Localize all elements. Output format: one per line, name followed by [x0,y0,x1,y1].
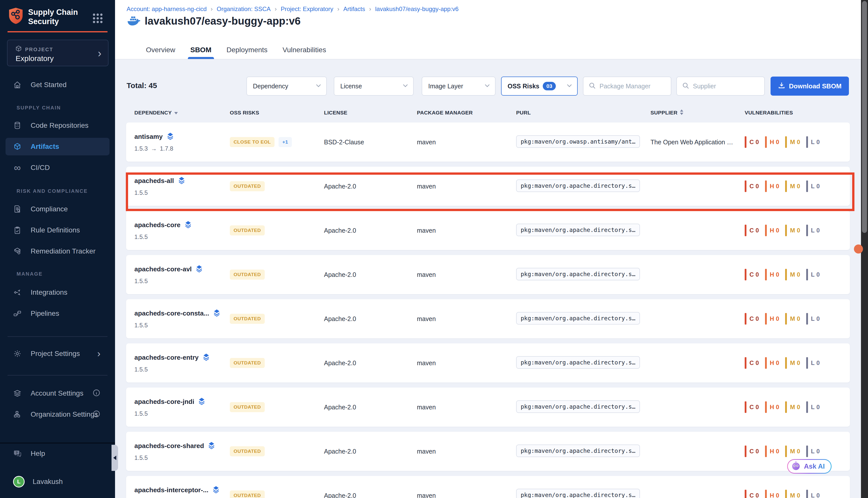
sidebar-item-account-settings[interactable]: Account Settings [5,384,109,402]
sidebar-item-project-settings[interactable]: Project Settings › [5,345,109,363]
download-sbom-button[interactable]: Download SBOM [770,77,849,96]
table-row[interactable]: antisamy1.5.3→1.7.8CLOSE TO EOL+1BSD-2-C… [126,122,850,162]
vulnerability-c-count: C0 [745,181,759,192]
dependency-name: apacheds-all [134,177,174,185]
vulnerability-c-count: C0 [745,357,759,369]
filter-dropdown-oss-risks[interactable]: OSS Risks03 [501,77,578,96]
table-row[interactable]: apacheds-interceptor-...1.5.5OUTDATEDApa… [126,476,850,498]
sidebar-item-pipelines[interactable]: Pipelines [5,305,109,322]
dependency-name: apacheds-core-jndi [134,398,194,406]
column-header-vulnerabilities[interactable]: VULNERABILITIES [745,110,850,116]
vulnerabilities-cell: C0H0M0L0 [745,225,850,236]
filter-dropdown-license[interactable]: License [334,77,414,96]
column-header-oss-risks[interactable]: OSS RISKS [230,110,324,116]
column-header-license[interactable]: LICENSE [324,110,417,116]
sidebar-item-help[interactable]: ? Help [5,445,109,462]
vulnerability-l-count: L0 [806,269,820,280]
purl-value[interactable]: pkg:maven/org.apache.directory.s… [516,180,640,192]
breadcrumb-link[interactable]: Organization: SSCA [217,5,271,13]
vulnerability-c-count: C0 [745,490,759,498]
column-header-package-manager[interactable]: PACKAGE MANAGER [417,110,516,116]
purl-value[interactable]: pkg:maven/org.apache.directory.s… [516,224,640,236]
supplier-search[interactable] [676,77,765,96]
vulnerability-h-count: H0 [765,446,779,457]
package-manager-cell: maven [417,227,516,234]
purl-value[interactable]: pkg:maven/org.apache.directory.s… [516,268,640,280]
vulnerability-h-count: H0 [765,181,779,192]
table-row[interactable]: apacheds-all1.5.5OUTDATEDApache-2.0maven… [126,167,850,206]
sidebar-item-organization-settings[interactable]: Organization Settings [5,406,109,423]
column-header-supplier[interactable]: SUPPLIER [650,109,745,116]
sbom-table: DEPENDENCYOSS RISKSLICENSEPACKAGE MANAGE… [126,103,850,498]
layers-icon [207,441,216,450]
tab-sbom[interactable]: SBOM [190,41,212,59]
breadcrumb-link[interactable]: Artifacts [343,5,365,13]
purl-value[interactable]: pkg:maven/org.apache.directory.s… [516,356,640,369]
vulnerability-h-count: H0 [765,490,779,498]
severity-bar-icon [785,313,787,325]
project-selector[interactable]: PROJECT Exploratory › [7,40,108,66]
sidebar-item-integrations[interactable]: Integrations [5,284,109,301]
sidebar-item-get-started[interactable]: Get Started [5,76,109,94]
package-manager-search[interactable] [583,77,671,96]
table-row[interactable]: apacheds-core-shared1.5.5OUTDATEDApache-… [126,432,850,471]
purl-value[interactable]: pkg:maven/org.owasp.antisamy/ant… [516,135,640,148]
sidebar-item-remediation-tracker[interactable]: Remediation Tracker [5,243,109,260]
clipboard-check-icon [13,226,22,234]
total-count: Total: 45 [127,81,157,90]
vulnerability-l-count: L0 [806,136,820,148]
oss-risks-cell: OUTDATED [230,446,324,456]
breadcrumb-link[interactable]: Project: Exploratory [281,5,333,13]
tab-deployments[interactable]: Deployments [225,41,269,59]
package-manager-cell: maven [417,271,516,278]
user-menu[interactable]: L Lavakush [5,473,109,490]
purl-value[interactable]: pkg:maven/org.apache.directory.s… [516,489,640,498]
tab-overview[interactable]: Overview [145,41,176,59]
chevron-right-icon: › [98,48,102,59]
table-row[interactable]: apacheds-core-consta...1.5.5OUTDATEDApac… [126,299,850,338]
sidebar-collapse-handle[interactable] [112,445,118,471]
breadcrumb-link[interactable]: Account: app-harness-ng-cicd [127,5,207,13]
column-header-purl[interactable]: PURL [516,110,650,116]
sidebar-item-rule-definitions[interactable]: Rule Definitions [5,221,109,239]
sidebar-item-compliance[interactable]: Compliance [5,200,109,218]
table-row[interactable]: apacheds-core-jndi1.5.5OUTDATEDApache-2.… [126,388,850,427]
scrollbar-thumb[interactable] [862,1,867,233]
ask-ai-button[interactable]: Ask AI [787,459,832,474]
sidebar-item-artifacts[interactable]: Artifacts [5,138,109,155]
license-cell: Apache-2.0 [324,315,417,323]
tab-bar: OverviewSBOMDeploymentsVulnerabilities [145,41,327,59]
supplier-input[interactable] [693,82,754,90]
purl-cell: pkg:maven/org.owasp.antisamy/ant… [516,135,650,149]
risk-badge: OUTDATED [230,225,265,235]
column-header-dependency[interactable]: DEPENDENCY [134,110,230,116]
package-manager-cell: maven [417,492,516,498]
severity-bar-icon [765,313,767,325]
filter-dropdown-image-layer[interactable]: Image Layer [422,77,495,96]
license-cell: Apache-2.0 [324,448,417,455]
sidebar-item-code-repositories[interactable]: </>Code Repositories [5,117,109,134]
sidebar-item-ci-cd[interactable]: ∞CI/CD [5,159,109,176]
filter-dropdown-dependency[interactable]: Dependency [246,77,327,96]
breadcrumb-link[interactable]: lavakush07/easy-buggy-app:v6 [375,5,458,13]
vulnerability-l-count: L0 [806,225,820,236]
vulnerability-c-count: C0 [745,225,759,236]
collapse-arrow-icon [113,456,116,460]
gear-icon [13,350,22,358]
svg-text:</>: </> [16,125,19,128]
table-row[interactable]: apacheds-core1.5.5OUTDATEDApache-2.0mave… [126,211,850,250]
purl-value[interactable]: pkg:maven/org.apache.directory.s… [516,401,640,413]
app-switcher-grid-icon[interactable] [91,12,104,26]
vulnerabilities-cell: C0H0M0L0 [745,446,850,457]
vulnerability-m-count: M0 [785,490,800,498]
ai-mascot-icon [791,461,801,472]
table-row[interactable]: apacheds-core-entry1.5.5OUTDATEDApache-2… [126,343,850,382]
severity-bar-icon [785,181,787,192]
table-row[interactable]: apacheds-core-avl1.5.5OUTDATEDApache-2.0… [126,255,850,294]
purl-value[interactable]: pkg:maven/org.apache.directory.s… [516,445,640,457]
severity-bar-icon [806,313,808,325]
tab-vulnerabilities[interactable]: Vulnerabilities [282,41,327,59]
vulnerabilities-cell: C0H0M0L0 [745,401,850,413]
purl-value[interactable]: pkg:maven/org.apache.directory.s… [516,312,640,325]
package-manager-input[interactable] [599,82,661,90]
